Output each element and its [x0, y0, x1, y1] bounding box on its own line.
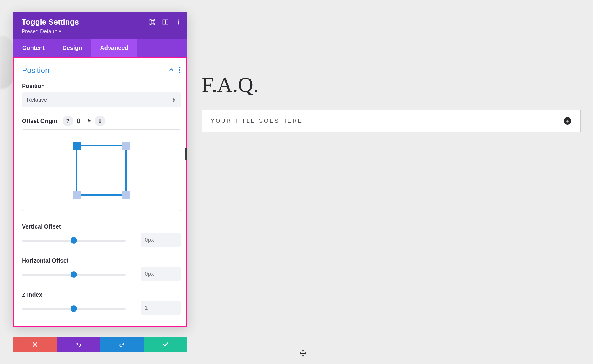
origin-handle-bottom-right[interactable]: [122, 191, 130, 199]
section-menu-icon[interactable]: [178, 67, 181, 74]
preset-dropdown[interactable]: Preset: Default ▾: [22, 28, 61, 35]
svg-point-13: [99, 122, 101, 123]
horizontal-offset-slider[interactable]: [22, 272, 126, 276]
horizontal-offset-label: Horizontal Offset: [22, 257, 181, 264]
tab-content[interactable]: Content: [13, 39, 54, 57]
canvas-preview: F.A.Q. YOUR TITLE GOES HERE ＋: [202, 73, 581, 132]
select-arrows-icon: ▴▾: [173, 98, 175, 102]
z-index-slider[interactable]: [22, 306, 126, 310]
origin-handle-bottom-left[interactable]: [73, 191, 81, 199]
caret-down-icon: ▾: [59, 28, 61, 35]
section-header: Position: [22, 66, 181, 75]
help-icon[interactable]: ?: [63, 116, 73, 126]
cancel-button[interactable]: [13, 337, 57, 352]
panel-body: Position Position Relative ▴▾ Offset Ori…: [13, 57, 187, 327]
hover-cursor-icon[interactable]: [84, 116, 95, 126]
expand-toggle-icon[interactable]: ＋: [564, 117, 571, 125]
origin-handle-top-right[interactable]: [122, 142, 130, 150]
save-button[interactable]: [144, 337, 187, 352]
horizontal-offset-row: [22, 267, 181, 281]
svg-point-8: [179, 71, 181, 73]
svg-point-7: [179, 69, 181, 71]
offset-origin-label: Offset Origin ?: [22, 116, 181, 126]
panel-header[interactable]: Toggle Settings Preset: Default ▾: [13, 12, 187, 39]
panel-footer: [13, 337, 187, 352]
z-index-thumb[interactable]: [71, 305, 77, 312]
background-blur: [0, 36, 13, 89]
kebab-menu-icon[interactable]: [175, 19, 182, 25]
origin-handle-top-left[interactable]: [73, 142, 81, 150]
svg-point-5: [178, 23, 179, 24]
position-select-value: Relative: [27, 97, 47, 103]
vertical-offset-row: [22, 233, 181, 247]
z-index-input[interactable]: [141, 301, 181, 315]
z-index-label: Z Index: [22, 291, 181, 298]
horizontal-offset-thumb[interactable]: [71, 271, 77, 278]
panel-header-icons: [149, 19, 182, 25]
toggle-module-title: YOUR TITLE GOES HERE: [211, 118, 303, 124]
phone-icon[interactable]: [73, 116, 84, 126]
svg-point-11: [99, 119, 101, 120]
position-select[interactable]: Relative ▴▾: [22, 92, 181, 107]
panel-scrollbar[interactable]: [185, 148, 187, 160]
svg-point-3: [178, 20, 179, 21]
vertical-offset-slider[interactable]: [22, 238, 126, 242]
tab-design[interactable]: Design: [54, 39, 91, 57]
vertical-offset-label: Vertical Offset: [22, 223, 181, 230]
section-title[interactable]: Position: [22, 66, 50, 75]
columns-icon[interactable]: [162, 19, 169, 25]
offset-origin-tools: ?: [63, 116, 105, 126]
vertical-offset-input[interactable]: [141, 233, 181, 247]
preset-label: Preset: Default: [22, 28, 57, 35]
toggle-module[interactable]: YOUR TITLE GOES HERE ＋: [202, 110, 581, 132]
offset-origin-text: Offset Origin: [22, 118, 57, 124]
position-field-label: Position: [22, 83, 181, 90]
tabs: Content Design Advanced: [13, 39, 187, 57]
z-index-row: [22, 301, 181, 315]
more-options-icon[interactable]: [95, 116, 105, 126]
expand-icon[interactable]: [149, 19, 156, 25]
origin-square: [76, 145, 127, 196]
tab-advanced[interactable]: Advanced: [91, 39, 137, 57]
svg-rect-0: [151, 20, 154, 23]
undo-button[interactable]: [57, 337, 101, 352]
move-handle-icon[interactable]: [299, 350, 307, 357]
collapse-section-icon[interactable]: [168, 67, 174, 74]
redo-button[interactable]: [100, 337, 144, 352]
svg-point-12: [99, 120, 101, 122]
offset-origin-picker: [22, 129, 181, 211]
svg-point-6: [179, 67, 181, 68]
settings-panel: Toggle Settings Preset: Default ▾ Conten…: [13, 12, 187, 327]
horizontal-offset-input[interactable]: [141, 267, 181, 281]
vertical-offset-thumb[interactable]: [71, 237, 77, 244]
svg-point-4: [178, 21, 179, 23]
faq-heading: F.A.Q.: [202, 73, 581, 97]
